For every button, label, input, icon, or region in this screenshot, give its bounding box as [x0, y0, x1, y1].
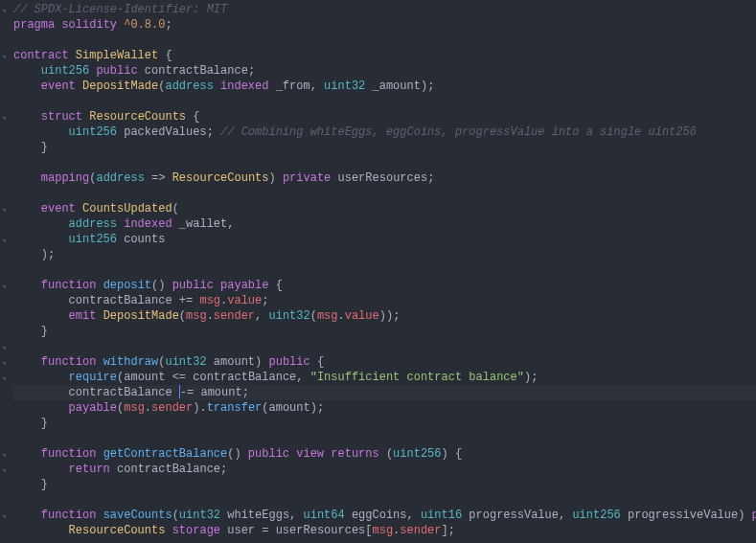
code-line[interactable]: }: [13, 140, 756, 155]
fold-marker-icon[interactable]: ▾: [2, 111, 7, 126]
code-line[interactable]: [13, 431, 756, 446]
code-line[interactable]: function withdraw(uint32 amount) public …: [13, 354, 756, 370]
code-line[interactable]: mapping(address => ResourceCounts) priva…: [13, 170, 756, 186]
fold-marker-icon[interactable]: ▾: [2, 464, 7, 479]
code-line[interactable]: [13, 339, 756, 354]
code-line[interactable]: [13, 262, 756, 278]
code-line[interactable]: function getContractBalance() public vie…: [13, 446, 756, 462]
code-line[interactable]: [13, 94, 756, 109]
fold-marker-icon[interactable]: ▾: [2, 203, 7, 218]
code-line[interactable]: ResourceCounts storage user = userResour…: [13, 523, 756, 538]
code-line[interactable]: event DepositMade(address indexed _from,…: [13, 79, 756, 94]
fold-marker-icon[interactable]: ▾: [2, 448, 7, 464]
code-line[interactable]: }: [13, 416, 756, 431]
code-line[interactable]: }: [13, 477, 756, 492]
fold-marker-icon[interactable]: ▾: [2, 372, 7, 387]
code-line[interactable]: emit DepositMade(msg.sender, uint32(msg.…: [13, 308, 756, 324]
code-line[interactable]: [13, 33, 756, 48]
code-line[interactable]: event CountsUpdated(: [13, 201, 756, 216]
fold-marker-icon[interactable]: ▾: [2, 50, 7, 65]
code-line[interactable]: uint256 packedValues; // Combining white…: [13, 124, 756, 140]
code-line[interactable]: payable(msg.sender).transfer(amount);: [13, 400, 756, 416]
fold-gutter[interactable]: ▾▾▾▾▾▾▾▾▾▾▾▾▾▾▾▾: [0, 0, 11, 543]
code-line[interactable]: [13, 492, 756, 508]
code-line[interactable]: require(amount <= contractBalance, "Insu…: [13, 370, 756, 385]
code-line[interactable]: );: [13, 247, 756, 262]
code-line[interactable]: function deposit() public payable {: [13, 278, 756, 293]
fold-marker-icon[interactable]: ▾: [2, 509, 7, 525]
code-line[interactable]: uint256 public contractBalance;: [13, 63, 756, 79]
code-line[interactable]: address indexed _wallet,: [13, 216, 756, 232]
fold-marker-icon[interactable]: ▾: [2, 280, 7, 295]
code-line[interactable]: }: [13, 324, 756, 339]
code-line[interactable]: contractBalance -= amount;: [13, 385, 756, 400]
fold-marker-icon[interactable]: ▾: [2, 4, 7, 19]
code-line[interactable]: [13, 538, 756, 543]
code-line[interactable]: [13, 155, 756, 170]
code-line[interactable]: struct ResourceCounts {: [13, 109, 756, 124]
code-editor[interactable]: // SPDX-License-Identifier: MITpragma so…: [0, 0, 756, 543]
code-line[interactable]: function saveCounts(uint32 whiteEggs, ui…: [13, 508, 756, 523]
code-line[interactable]: contractBalance += msg.value;: [13, 293, 756, 308]
code-line[interactable]: contract SimpleWallet {: [13, 48, 756, 63]
code-line[interactable]: // SPDX-License-Identifier: MIT: [13, 2, 756, 17]
code-line[interactable]: pragma solidity ^0.8.0;: [13, 17, 756, 33]
fold-marker-icon[interactable]: ▾: [2, 234, 7, 249]
code-line[interactable]: [13, 186, 756, 201]
code-line[interactable]: uint256 counts: [13, 232, 756, 247]
fold-marker-icon[interactable]: ▾: [2, 341, 7, 356]
code-line[interactable]: return contractBalance;: [13, 462, 756, 477]
fold-marker-icon[interactable]: ▾: [2, 356, 7, 372]
